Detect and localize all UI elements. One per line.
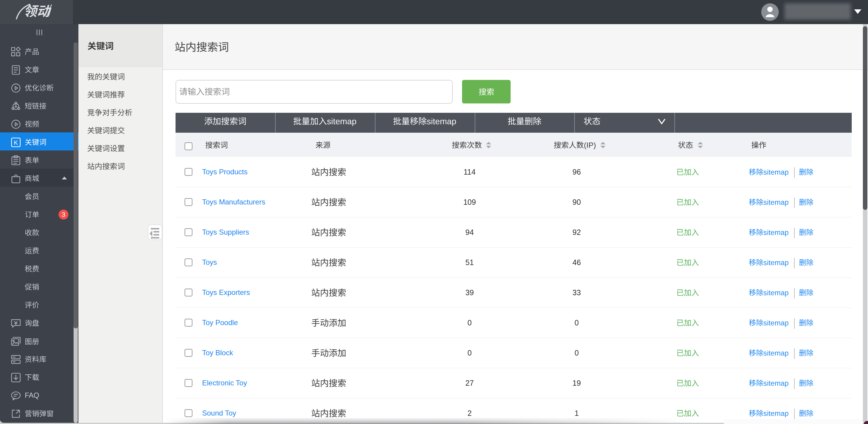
svg-text:K: K: [14, 139, 18, 146]
